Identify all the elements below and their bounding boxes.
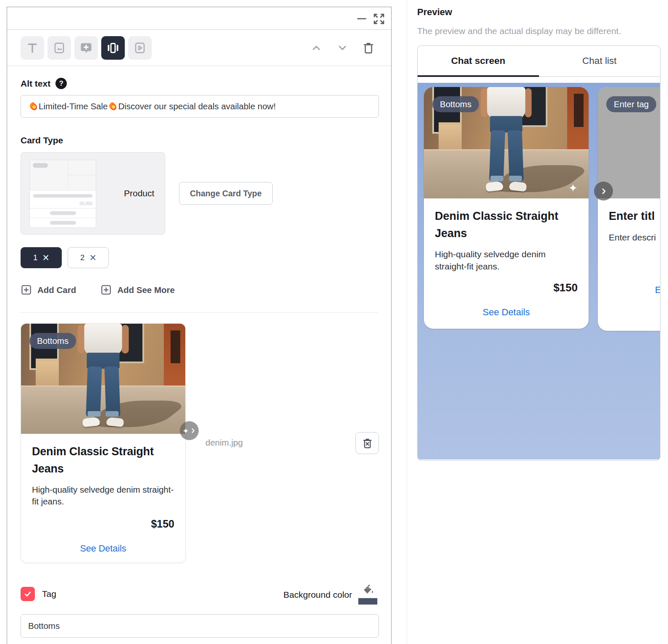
delete-block-button[interactable] [359, 39, 378, 57]
close-icon[interactable]: × [42, 252, 49, 264]
card-description-placeholder: Enter descri [609, 232, 660, 244]
preview-tabs: Chat screen Chat list [418, 46, 660, 77]
tab-chat-screen[interactable]: Chat screen [418, 46, 539, 76]
video-icon [134, 42, 146, 54]
chevron-up-icon [310, 42, 322, 54]
card-tab-1[interactable]: 1 × [21, 247, 62, 268]
chevron-right-icon [600, 187, 608, 195]
sparkle-icon [182, 428, 189, 434]
preview-card-1: Bottoms Denim Classic Straight Jeans Hig… [424, 87, 589, 329]
background-color-picker[interactable] [358, 583, 378, 605]
tag-input[interactable] [21, 614, 379, 638]
card-title: Denim Classic Straight Jeans [435, 208, 578, 242]
card-type-name: Product [124, 188, 154, 198]
carousel-icon [107, 42, 119, 54]
see-details-link: See Details [435, 307, 578, 318]
background-color-label: Background color [284, 590, 352, 605]
text-icon [26, 42, 39, 54]
see-details-link[interactable]: See Details [32, 544, 174, 554]
carousel-block-button[interactable] [101, 36, 125, 60]
image-filename: denim.jpg [205, 438, 243, 448]
preview-card-2: Enter tag Enter titl Enter descri E [598, 87, 660, 331]
move-down-button[interactable] [333, 39, 352, 57]
delete-image-button[interactable] [355, 432, 379, 454]
tag-checkbox-label: Tag [42, 589, 56, 599]
alt-text-input[interactable]: Limited-Time Sale Discover our special d… [21, 95, 379, 118]
minus-icon [357, 18, 366, 19]
card-type-tile[interactable]: 00,000 Product [21, 152, 165, 235]
help-icon[interactable]: ? [55, 78, 67, 89]
card-title: Denim Classic Straight Jeans [32, 443, 174, 477]
panel-divider [407, 0, 407, 644]
minimize-button[interactable] [356, 14, 368, 23]
product-image: Bottoms [21, 324, 185, 434]
preview-card-image: Bottoms [424, 87, 589, 198]
message-plus-icon [80, 42, 92, 54]
alt-text-label: Alt text [21, 79, 50, 89]
background-color-swatch[interactable] [358, 598, 378, 605]
trash-x-icon [362, 438, 373, 449]
card-price: $150 [32, 518, 174, 530]
card-type-label: Card Type [21, 135, 378, 145]
editor-header [7, 7, 391, 30]
check-icon [24, 590, 32, 598]
plus-square-icon [21, 284, 32, 296]
expand-icon [373, 13, 385, 25]
sparkle-icon [568, 183, 578, 193]
thumbnail-price-placeholder: 00,000 [79, 201, 92, 206]
divider [21, 312, 378, 313]
image-icon [53, 42, 66, 54]
card-type-thumbnail: 00,000 [29, 160, 96, 228]
tag-checkbox[interactable] [21, 587, 35, 601]
card-description: High-quality selvedge denim straight-fit… [32, 484, 174, 508]
card-description: High-quality selvedge denim straight-fit… [435, 248, 578, 273]
add-card-button[interactable]: Add Card [21, 284, 76, 296]
card-tab-2[interactable]: 2 × [68, 247, 109, 268]
preview-title: Preview [417, 7, 452, 18]
block-type-toolbar [7, 30, 391, 66]
expand-button[interactable] [372, 12, 386, 26]
card-tag-badge: Bottoms [432, 96, 479, 112]
add-see-more-button[interactable]: Add See More [100, 284, 175, 296]
card-tab-2-label: 2 [80, 253, 84, 262]
change-card-type-button[interactable]: Change Card Type [179, 182, 273, 205]
text-block-button[interactable] [21, 36, 44, 60]
chevron-down-icon [337, 42, 348, 54]
card-link-placeholder: E [655, 285, 660, 296]
card-tabs: 1 × 2 × [21, 247, 378, 268]
alt-text-section: Alt text ? [21, 78, 378, 89]
ai-next-button[interactable] [180, 421, 199, 440]
video-block-button[interactable] [128, 36, 152, 60]
trash-icon [362, 42, 375, 54]
plus-square-icon [100, 284, 112, 296]
image-block-button[interactable] [47, 36, 71, 60]
move-up-button[interactable] [307, 39, 326, 57]
chevron-right-icon [190, 428, 196, 434]
card-price: $150 [435, 281, 578, 294]
close-icon[interactable]: × [89, 252, 96, 264]
card-tab-1-label: 1 [33, 253, 37, 262]
card-tag-badge: Enter tag [606, 96, 656, 112]
card-title-placeholder: Enter titl [609, 208, 660, 225]
message-editor-panel: Alt text ? Limited-Time Sale Discover ou… [7, 7, 392, 644]
placeholder-image: Enter tag [598, 87, 660, 198]
preview-container: Chat screen Chat list Bottoms [417, 45, 660, 461]
preview-disclaimer: The preview and the actual display may b… [417, 26, 621, 36]
carousel-next-button[interactable] [594, 182, 613, 201]
paint-bucket-icon [360, 583, 376, 596]
product-card-editor: Bottoms Denim Classic Straight Jeans Hig… [21, 323, 186, 563]
tab-chat-list[interactable]: Chat list [539, 46, 660, 76]
chat-preview-area: Bottoms Denim Classic Straight Jeans Hig… [418, 83, 660, 459]
message-plus-block-button[interactable] [74, 36, 98, 60]
card-tag-badge: Bottoms [29, 333, 76, 349]
